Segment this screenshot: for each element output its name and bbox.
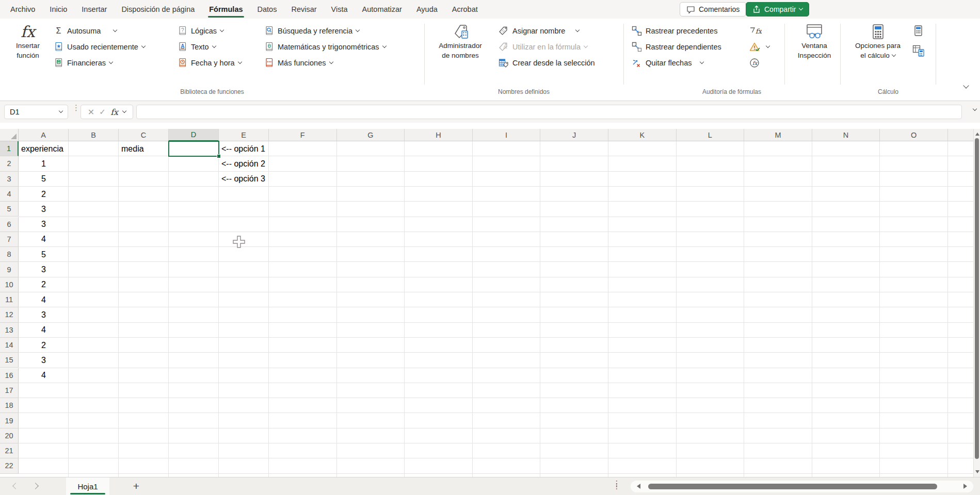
menu-tab-automatizar[interactable]: Automatizar bbox=[355, 0, 409, 19]
row-header-12[interactable]: 12 bbox=[0, 307, 19, 322]
menu-tab-archivo[interactable]: Archivo bbox=[3, 0, 42, 19]
column-header-B[interactable]: B bbox=[69, 129, 119, 141]
row-header-17[interactable]: 17 bbox=[0, 383, 19, 398]
row-header-21[interactable]: 21 bbox=[0, 443, 19, 458]
fill-handle[interactable] bbox=[217, 154, 221, 158]
vertical-scrollbar-thumb[interactable] bbox=[975, 138, 979, 459]
name-box[interactable]: D1 bbox=[4, 105, 68, 119]
menu-tab-ayuda[interactable]: Ayuda bbox=[409, 0, 445, 19]
name-box-resize-handle[interactable]: ⋮ bbox=[72, 106, 77, 110]
define-name-button[interactable]: Asignar nombre bbox=[499, 23, 595, 39]
error-checking-button[interactable] bbox=[749, 39, 769, 55]
column-header-J[interactable]: J bbox=[540, 129, 608, 141]
collapse-ribbon-chevron-icon[interactable] bbox=[963, 82, 969, 88]
row-header-6[interactable]: 6 bbox=[0, 217, 19, 232]
menu-tab-insertar[interactable]: Insertar bbox=[74, 0, 114, 19]
scroll-down-arrow-icon[interactable] bbox=[975, 470, 979, 473]
column-header-I[interactable]: I bbox=[473, 129, 541, 141]
calculation-options-button[interactable]: Opciones para el cálculo bbox=[847, 22, 908, 60]
cell-A4[interactable]: 2 bbox=[19, 187, 69, 202]
horizontal-scrollbar[interactable] bbox=[631, 481, 973, 492]
scroll-right-arrow-icon[interactable] bbox=[963, 484, 967, 489]
column-header-partial[interactable] bbox=[948, 129, 973, 141]
add-sheet-button[interactable]: + bbox=[129, 479, 143, 493]
vertical-scrollbar[interactable] bbox=[973, 129, 980, 477]
name-manager-button[interactable]: Administrador de nombres bbox=[431, 22, 489, 60]
logical-button[interactable]: ? Lógicas bbox=[178, 23, 242, 39]
row-header-19[interactable]: 19 bbox=[0, 413, 19, 428]
column-header-M[interactable]: M bbox=[744, 129, 812, 141]
sheet-tab-hoja1[interactable]: Hoja1 bbox=[66, 477, 109, 495]
cell-A15[interactable]: 3 bbox=[19, 353, 69, 368]
cell-A3[interactable]: 5 bbox=[19, 172, 69, 187]
column-header-A[interactable]: A bbox=[19, 129, 69, 141]
evaluate-formula-button[interactable]: fx bbox=[749, 55, 769, 71]
recently-used-button[interactable]: ★ Usado recientemente bbox=[54, 39, 145, 55]
trace-precedents-button[interactable]: Rastrear precedentes bbox=[632, 23, 721, 39]
autosum-button[interactable]: Σ Autosuma bbox=[54, 23, 145, 39]
name-box-chevron-icon[interactable] bbox=[59, 109, 63, 113]
next-sheet-arrow-icon[interactable] bbox=[32, 483, 39, 489]
cell-A13[interactable]: 4 bbox=[19, 323, 69, 338]
column-header-F[interactable]: F bbox=[269, 129, 337, 141]
scroll-up-arrow-icon[interactable] bbox=[975, 133, 979, 136]
row-header-15[interactable]: 15 bbox=[0, 353, 19, 368]
trace-dependents-button[interactable]: Rastrear dependientes bbox=[632, 39, 721, 55]
cell-A16[interactable]: 4 bbox=[19, 368, 69, 383]
row-header-22[interactable]: 22 bbox=[0, 458, 19, 473]
datetime-button[interactable]: Fecha y hora bbox=[178, 55, 242, 71]
calculate-sheet-button[interactable] bbox=[912, 43, 925, 59]
cell-A5[interactable]: 3 bbox=[19, 202, 69, 217]
cell-A14[interactable]: 2 bbox=[19, 338, 69, 353]
row-header-14[interactable]: 14 bbox=[0, 338, 19, 353]
row-header-3[interactable]: 3 bbox=[0, 172, 19, 187]
row-header-20[interactable]: 20 bbox=[0, 428, 19, 443]
watch-window-button[interactable]: Ventana Inspección bbox=[791, 22, 838, 60]
row-header-1[interactable]: 1 bbox=[0, 141, 19, 156]
menu-tab-disposición-de-página[interactable]: Disposición de página bbox=[114, 0, 202, 19]
previous-sheet-arrow-icon[interactable] bbox=[12, 483, 19, 489]
column-header-C[interactable]: C bbox=[119, 129, 169, 141]
cell-A6[interactable]: 3 bbox=[19, 217, 69, 232]
menu-tab-fórmulas[interactable]: Fórmulas bbox=[202, 0, 250, 19]
expand-formula-bar-chevron-icon[interactable] bbox=[973, 107, 977, 111]
cell-A11[interactable]: 4 bbox=[19, 292, 69, 307]
column-header-D[interactable]: D bbox=[169, 129, 219, 141]
column-header-O[interactable]: O bbox=[880, 129, 948, 141]
row-header-4[interactable]: 4 bbox=[0, 187, 19, 202]
row-header-10[interactable]: 10 bbox=[0, 277, 19, 292]
create-from-selection-button[interactable]: Crear desde la selección bbox=[499, 55, 595, 71]
column-header-L[interactable]: L bbox=[677, 129, 745, 141]
formula-input[interactable] bbox=[136, 105, 962, 119]
column-header-H[interactable]: H bbox=[405, 129, 473, 141]
financial-button[interactable]: Financieras bbox=[54, 55, 145, 71]
row-header-7[interactable]: 7 bbox=[0, 232, 19, 247]
remove-arrows-button[interactable]: Quitar flechas bbox=[632, 55, 721, 71]
more-functions-button[interactable]: Más funciones bbox=[264, 55, 386, 71]
row-header-16[interactable]: 16 bbox=[0, 368, 19, 383]
scroll-left-arrow-icon[interactable] bbox=[637, 484, 640, 489]
cell-A8[interactable]: 5 bbox=[19, 247, 69, 262]
comments-button[interactable]: Comentarios bbox=[680, 2, 746, 16]
column-header-G[interactable]: G bbox=[337, 129, 405, 141]
cell-E3[interactable]: <-- opción 3 bbox=[219, 172, 269, 187]
menu-tab-vista[interactable]: Vista bbox=[324, 0, 355, 19]
tabbar-resize-handle[interactable]: ⋮⋮ bbox=[613, 482, 618, 488]
cell-A2[interactable]: 1 bbox=[19, 156, 69, 171]
cell-E2[interactable]: <-- opción 2 bbox=[219, 156, 269, 171]
column-header-K[interactable]: K bbox=[608, 129, 677, 141]
enter-check-icon[interactable]: ✓ bbox=[99, 107, 106, 117]
math-trig-button[interactable]: θ Matemáticas y trigonométricas bbox=[264, 39, 386, 55]
calculate-now-button[interactable] bbox=[912, 23, 925, 39]
selected-cell-D1[interactable] bbox=[168, 141, 219, 157]
cell-A9[interactable]: 3 bbox=[19, 262, 69, 277]
menu-tab-inicio[interactable]: Inicio bbox=[42, 0, 74, 19]
row-header-13[interactable]: 13 bbox=[0, 323, 19, 338]
cell-E1[interactable]: <-- opción 1 bbox=[219, 141, 269, 156]
row-header-11[interactable]: 11 bbox=[0, 292, 19, 307]
menu-tab-revisar[interactable]: Revisar bbox=[284, 0, 324, 19]
row-header-9[interactable]: 9 bbox=[0, 262, 19, 277]
column-header-N[interactable]: N bbox=[812, 129, 880, 141]
row-header-8[interactable]: 8 bbox=[0, 247, 19, 262]
horizontal-scrollbar-thumb[interactable] bbox=[648, 484, 937, 489]
